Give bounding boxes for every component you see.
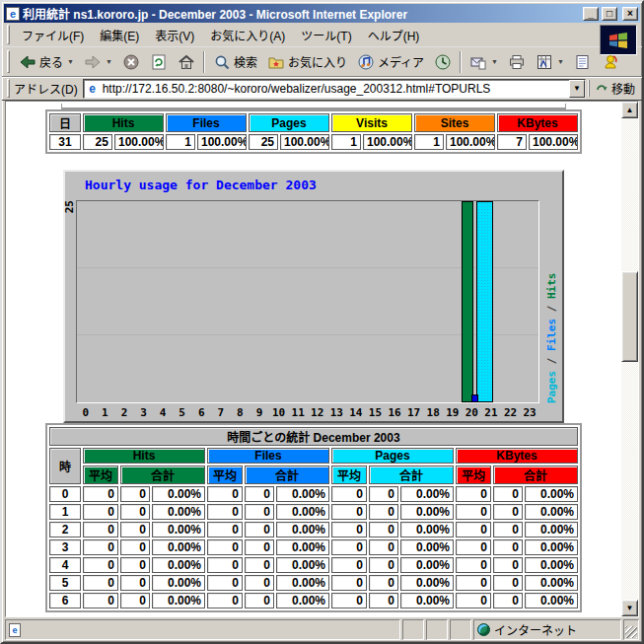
history-icon: [434, 53, 452, 71]
minimize-button[interactable]: _: [583, 7, 599, 21]
daily-pages-count: 25: [249, 134, 278, 150]
hourly-total-value: 0: [369, 557, 398, 573]
hourly-col-kbytes: KBytes: [456, 448, 578, 464]
hourly-total-value: 0: [245, 504, 274, 520]
internet-zone-globe-icon: [477, 623, 490, 636]
menu-edit[interactable]: 編集(E): [92, 25, 147, 45]
address-bar: アドレス(D) e http://172.16.50.2:8080/~koror…: [2, 77, 642, 101]
hourly-hour-header: 時: [49, 448, 81, 484]
daily-hits-count: 25: [83, 134, 112, 150]
daily-col-visits: Visits: [331, 113, 412, 132]
menu-file[interactable]: ファイル(F): [14, 25, 92, 45]
forward-button[interactable]: ▼: [79, 50, 117, 74]
daily-sites-pct: 100.00%: [446, 134, 495, 150]
address-url[interactable]: http://172.16.50.2:8080/~kororo/webalize…: [100, 82, 569, 96]
chart-title: Hourly usage for December 2003: [85, 178, 317, 192]
chart-right-label-part: Hits: [545, 273, 558, 300]
hourly-total-value: 0: [245, 557, 274, 573]
hourly-pct-value: 0.00%: [152, 575, 205, 591]
window-resize-grip[interactable]: [623, 619, 639, 640]
hourly-avg-value: 0: [83, 486, 118, 502]
hourly-pct-value: 0.00%: [276, 504, 329, 520]
back-dropdown-icon[interactable]: ▼: [67, 58, 74, 65]
home-button[interactable]: [173, 50, 200, 74]
hourly-pct-value: 0.00%: [400, 557, 454, 573]
address-input[interactable]: e http://172.16.50.2:8080/~kororo/webali…: [83, 79, 586, 99]
hourly-total-value: 0: [120, 575, 150, 591]
hourly-avg-value: 0: [331, 539, 367, 555]
toolbar-separator: [203, 51, 205, 73]
back-icon: [19, 53, 36, 71]
scroll-up-button[interactable]: ▲: [621, 102, 638, 118]
maximize-button[interactable]: □: [602, 7, 617, 21]
hourly-avg-value: 0: [331, 522, 367, 537]
hourly-avg-value: 0: [83, 593, 118, 608]
vertical-scrollbar[interactable]: ▲ ▼: [621, 102, 638, 616]
mail-button[interactable]: ▼: [465, 50, 503, 74]
media-button[interactable]: メディア: [352, 50, 429, 74]
hourly-total-value: 0: [493, 522, 523, 537]
addressbar-grip[interactable]: [7, 79, 10, 97]
refresh-button[interactable]: [145, 50, 173, 74]
mail-dropdown-icon[interactable]: ▼: [491, 58, 498, 65]
toolbar-grip[interactable]: [7, 50, 10, 73]
chart-x-axis-labels: 01234567891011121314151617181920212223: [76, 406, 539, 419]
hourly-total-value: 0: [120, 504, 150, 520]
hourly-col-files: Files: [207, 448, 329, 464]
hourly-total-value: 0: [369, 593, 398, 608]
hourly-avg-value: 0: [456, 557, 491, 573]
hourly-table-title: 時間ごとの統計 December 2003: [49, 427, 578, 446]
stop-button[interactable]: [117, 50, 145, 74]
hourly-total-value: 0: [493, 539, 523, 555]
chart-x-tick: 17: [404, 406, 424, 419]
search-button[interactable]: 検索: [208, 50, 262, 74]
status-pane: [450, 619, 471, 640]
hourly-total-value: 0: [369, 504, 398, 520]
hourly-total-value: 0: [120, 557, 150, 573]
hourly-total-value: 0: [120, 486, 150, 502]
favorites-button[interactable]: お気に入り: [262, 50, 352, 74]
menu-favorites[interactable]: お気に入り(A): [202, 25, 293, 45]
discuss-button[interactable]: [569, 50, 597, 74]
hourly-avg-header: 平均: [456, 465, 491, 484]
toolbar: 戻る ▼ ▼: [2, 47, 642, 77]
daily-col-files: Files: [166, 113, 247, 132]
chart-x-tick: 9: [250, 406, 269, 419]
daily-visits-pct: 100.00%: [363, 134, 412, 150]
title-bar[interactable]: e 利用統計 ns1.kororo.jp - December 2003 - M…: [4, 4, 640, 23]
hourly-avg-value: 0: [207, 575, 243, 591]
chart-x-tick: 0: [76, 406, 96, 419]
daily-summary-table: 日 HitsFilesPagesVisitsSitesKBytes 31 251…: [45, 109, 582, 154]
menubar-grip[interactable]: [7, 25, 10, 43]
hourly-pct-value: 0.00%: [152, 522, 205, 537]
search-label: 検索: [234, 53, 257, 70]
edit-button[interactable]: ▼: [531, 50, 569, 74]
hourly-avg-value: 0: [456, 504, 491, 520]
scroll-down-button[interactable]: ▼: [621, 600, 638, 616]
menu-tools[interactable]: ツール(T): [293, 25, 359, 45]
hourly-pct-value: 0.00%: [525, 522, 578, 537]
hourly-total-value: 0: [120, 593, 150, 608]
go-button[interactable]: 移動: [589, 80, 639, 97]
web-page: 日 HitsFilesPagesVisitsSitesKBytes 31 251…: [6, 102, 621, 616]
back-button[interactable]: 戻る ▼: [14, 50, 79, 74]
edit-dropdown-icon[interactable]: ▼: [557, 58, 564, 65]
close-button[interactable]: ×: [622, 7, 638, 21]
home-icon: [178, 53, 195, 71]
scrollbar-thumb[interactable]: [621, 271, 638, 362]
hourly-avg-value: 0: [207, 522, 243, 537]
chart-right-label-part: /: [545, 351, 558, 371]
hourly-avg-value: 0: [83, 575, 118, 591]
print-button[interactable]: [503, 50, 531, 74]
forward-dropdown-icon[interactable]: ▼: [106, 58, 112, 65]
chart-right-label-part: Pages: [545, 371, 558, 403]
hourly-avg-value: 0: [456, 575, 491, 591]
menu-help[interactable]: ヘルプ(H): [360, 25, 428, 45]
hourly-pct-value: 0.00%: [400, 593, 454, 608]
hourly-pct-value: 0.00%: [525, 539, 578, 555]
menu-view[interactable]: 表示(V): [147, 25, 202, 45]
daily-data-row: 31 25100.00%1100.00%25100.00%1100.00%110…: [49, 134, 578, 150]
hourly-total-value: 0: [245, 539, 274, 555]
address-dropdown-button[interactable]: ▼: [569, 80, 585, 98]
history-button[interactable]: [429, 50, 457, 74]
